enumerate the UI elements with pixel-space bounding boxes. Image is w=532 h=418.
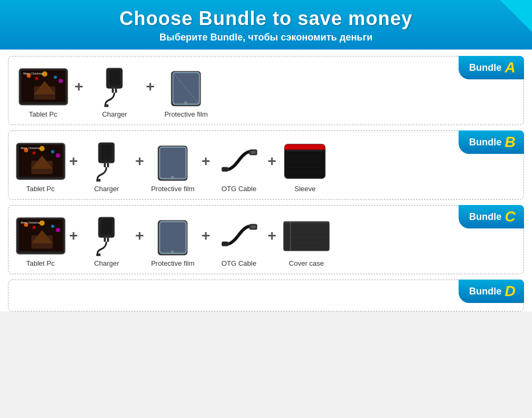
svg-rect-72 xyxy=(222,242,228,246)
bundle-b-otg: OTG Cable xyxy=(212,140,265,193)
svg-point-54 xyxy=(32,226,36,229)
bundle-b-otg-label: OTG Cable xyxy=(221,185,256,193)
svg-point-4 xyxy=(35,77,38,80)
bundle-a-charger: Charger xyxy=(85,65,144,118)
bundle-a-letter: A xyxy=(505,59,516,76)
tablet-image: Merry Christmas xyxy=(16,65,70,108)
charger-c-image xyxy=(80,215,133,257)
bundle-b-letter: B xyxy=(505,134,516,151)
header-title: Choose Bundle to save money xyxy=(5,7,527,30)
svg-point-24 xyxy=(32,151,36,154)
header-subtitle: Выберите Bundle, чтобы сэкономить деньги xyxy=(5,32,527,43)
bundle-b-label: Bundle xyxy=(469,137,502,148)
plus-c4: + xyxy=(268,227,276,255)
svg-rect-65 xyxy=(96,253,101,256)
bundle-b-sleeve-label: Sleeve xyxy=(295,185,316,193)
plus-b3: + xyxy=(202,153,210,181)
svg-text:Merry Christmas: Merry Christmas xyxy=(23,72,43,75)
bundle-c-items: Merry Christmas Tablet Pc + xyxy=(14,212,334,267)
bundle-b-charger-label: Charger xyxy=(94,185,119,193)
svg-rect-41 xyxy=(251,151,256,154)
bundle-d-badge: Bundle D xyxy=(459,280,524,303)
film-b-image xyxy=(146,140,200,183)
bundle-b-sleeve: Sleeve xyxy=(278,140,331,193)
charger-image xyxy=(88,65,141,108)
svg-rect-69 xyxy=(160,222,186,253)
svg-point-7 xyxy=(59,79,63,83)
bundle-d-label: Bundle xyxy=(469,286,502,297)
bundle-c-film: Protective film xyxy=(146,215,200,267)
bundle-c-section: Bundle C Merry Christ xyxy=(8,205,524,274)
bundle-c-charger-label: Charger xyxy=(94,259,119,267)
bundle-b-tablet: Merry Christmas Tablet Pc xyxy=(14,140,67,193)
svg-rect-12 xyxy=(109,70,120,85)
bundle-a-label: Bundle xyxy=(469,62,502,73)
svg-rect-64 xyxy=(107,236,109,242)
bundle-b-items: Merry Christmas Tablet Pc + xyxy=(14,137,331,193)
bundle-a-film: Protective film xyxy=(157,65,215,118)
bundle-c-badge: Bundle C xyxy=(459,205,524,228)
svg-rect-62 xyxy=(101,219,112,234)
svg-rect-13 xyxy=(112,87,114,93)
sleeve-b-image xyxy=(278,140,331,183)
svg-text:Merry Christmas: Merry Christmas xyxy=(21,146,40,150)
svg-point-57 xyxy=(56,228,60,232)
svg-rect-32 xyxy=(101,145,112,160)
bundle-c-otg-label: OTG Cable xyxy=(221,259,256,267)
bundle-d-letter: D xyxy=(505,283,516,300)
plus-b2: + xyxy=(135,153,144,181)
svg-rect-71 xyxy=(251,225,256,228)
svg-rect-15 xyxy=(104,104,109,107)
bundle-b-badge: Bundle B xyxy=(459,130,524,154)
bundle-b-film: Protective film xyxy=(146,140,200,193)
svg-rect-45 xyxy=(285,147,325,150)
cover-c-image xyxy=(280,215,333,257)
plus-b4: + xyxy=(268,153,276,181)
svg-text:Merry Christmas: Merry Christmas xyxy=(21,221,40,224)
svg-rect-35 xyxy=(96,179,101,182)
otg-c-image xyxy=(212,215,265,257)
plus-2: + xyxy=(146,78,154,106)
bundle-a-section: Bundle A xyxy=(8,56,524,125)
plus-c1: + xyxy=(69,227,78,255)
bundle-b-tablet-label: Tablet Pc xyxy=(26,185,54,193)
header-section: Choose Bundle to save money Выберите Bun… xyxy=(0,0,532,50)
bundle-c-label: Bundle xyxy=(469,211,502,223)
main-container: Choose Bundle to save money Выберите Bun… xyxy=(0,0,532,312)
bundle-d-section: Bundle D xyxy=(8,280,524,312)
svg-rect-39 xyxy=(160,147,186,179)
tablet-c-image: Merry Christmas xyxy=(14,215,67,257)
svg-point-56 xyxy=(51,225,54,228)
bundle-a-badge: Bundle A xyxy=(459,56,524,79)
otg-b-image xyxy=(212,140,265,183)
plus-b1: + xyxy=(69,153,78,181)
bundle-c-otg: OTG Cable xyxy=(212,215,265,267)
bundle-c-tablet-label: Tablet Pc xyxy=(26,259,54,267)
bundle-c-letter: C xyxy=(505,208,516,225)
tablet-b-image: Merry Christmas xyxy=(14,140,67,183)
bundle-b-charger: Charger xyxy=(80,140,133,193)
bundle-c-cover-label: Cover case xyxy=(289,259,324,267)
svg-rect-34 xyxy=(107,162,109,167)
bundle-a-film-label: Protective film xyxy=(164,110,208,118)
bundle-b-section: Bundle B Merry Christ xyxy=(8,130,524,200)
bundle-c-film-label: Protective film xyxy=(151,259,195,267)
bundle-a-tablet: Merry Christmas Tablet Pc xyxy=(14,65,72,118)
svg-rect-14 xyxy=(115,87,117,93)
charger-b-image xyxy=(80,140,133,183)
svg-rect-42 xyxy=(222,167,228,171)
bundle-c-charger: Charger xyxy=(80,215,133,267)
svg-point-6 xyxy=(54,76,57,79)
bundle-a-charger-label: Charger xyxy=(102,110,127,118)
plus-c3: + xyxy=(202,227,210,255)
plus-1: + xyxy=(74,78,83,106)
svg-point-27 xyxy=(56,153,60,158)
bundle-a-items: Merry Christmas Tablet Pc + xyxy=(14,63,215,118)
film-c-image xyxy=(146,215,200,257)
svg-point-26 xyxy=(51,150,54,153)
svg-rect-33 xyxy=(104,162,106,167)
bundle-a-tablet-label: Tablet Pc xyxy=(29,110,57,118)
film-image xyxy=(160,65,213,108)
plus-c2: + xyxy=(135,227,144,255)
svg-rect-63 xyxy=(104,236,106,242)
